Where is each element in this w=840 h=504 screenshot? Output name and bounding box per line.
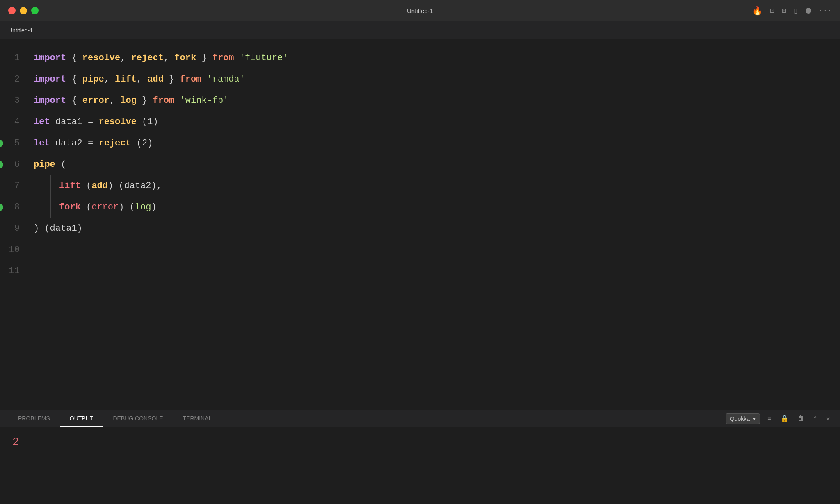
token-fn-name: fork bbox=[174, 48, 196, 69]
token-plain: { bbox=[66, 48, 82, 69]
close-button[interactable] bbox=[8, 7, 16, 14]
line-number-3: 3 bbox=[0, 90, 30, 111]
token-plain: (1) bbox=[137, 111, 158, 133]
code-line-8: pipe ( bbox=[30, 154, 834, 175]
token-kw-from: from bbox=[180, 69, 201, 90]
token-plain bbox=[234, 48, 240, 69]
token-plain bbox=[174, 90, 180, 111]
token-fn-name: reject bbox=[131, 48, 164, 69]
minimize-button[interactable] bbox=[20, 7, 27, 14]
output-source-dropdown[interactable]: Quokka ▾ bbox=[726, 413, 760, 424]
tab-label: Untitled-1 bbox=[8, 27, 33, 34]
token-plain: ( bbox=[55, 154, 66, 175]
titlebar-actions: 🔥 ⊡ ⊞ ▯ ··· bbox=[752, 6, 832, 16]
line-number-9: 9 bbox=[0, 218, 30, 239]
line-number-11: 11 bbox=[0, 261, 30, 282]
line-number-6: 6 bbox=[0, 154, 30, 175]
token-plain: ) bbox=[151, 202, 156, 212]
token-kw-from: from bbox=[212, 48, 234, 69]
window-controls bbox=[8, 7, 39, 14]
lock-icon[interactable]: 🔒 bbox=[779, 413, 790, 425]
token-plain: data1 = bbox=[50, 111, 99, 133]
token-fn-name: error bbox=[82, 90, 110, 111]
token-fn-name: reject bbox=[98, 133, 131, 154]
scrollbar[interactable] bbox=[834, 39, 840, 410]
trash-icon[interactable]: 🗑 bbox=[796, 413, 806, 424]
breakpoint-6[interactable] bbox=[0, 161, 3, 168]
panel-output: 2 bbox=[0, 427, 840, 504]
tab-output[interactable]: OUTPUT bbox=[60, 410, 103, 427]
chevron-down-icon: ▾ bbox=[753, 416, 756, 422]
broadcast-icon[interactable]: ⊡ bbox=[770, 6, 774, 15]
token-kw-import: import bbox=[34, 48, 66, 69]
token-str: 'fluture' bbox=[240, 48, 288, 69]
breakpoint-8[interactable] bbox=[0, 204, 3, 211]
token-fn-name: log bbox=[120, 90, 137, 111]
token-plain: , bbox=[110, 90, 120, 111]
code-line-2: import { pipe, lift, add } from 'ramda' bbox=[30, 69, 834, 90]
split-icon[interactable]: ▯ bbox=[794, 6, 798, 15]
token-kw-let: let bbox=[34, 133, 50, 154]
token-str: 'wink-fp' bbox=[180, 90, 228, 111]
titlebar: Untitled-1 🔥 ⊡ ⊞ ▯ ··· bbox=[0, 0, 840, 21]
panel-tabs-left: PROBLEMS OUTPUT DEBUG CONSOLE TERMINAL bbox=[8, 410, 221, 427]
token-fn-name: pipe bbox=[82, 69, 104, 90]
line-number-10: 10 bbox=[0, 239, 30, 261]
token-plain: { bbox=[66, 90, 82, 111]
token-kw-import: import bbox=[34, 69, 66, 90]
code-content[interactable]: import { resolve, reject, fork } from 'f… bbox=[30, 39, 834, 410]
line-number-2: 2 bbox=[0, 69, 30, 90]
output-value: 2 bbox=[12, 436, 19, 448]
line-number-5: 5 bbox=[0, 133, 30, 154]
token-plain: ( bbox=[81, 202, 91, 212]
token-fn-call-pink: lift bbox=[59, 181, 81, 191]
line-number-8: 8 bbox=[0, 197, 30, 218]
tab-terminal[interactable]: TERMINAL bbox=[173, 410, 222, 427]
window-title: Untitled-1 bbox=[407, 7, 433, 14]
code-line-10: fork (error) (log) bbox=[30, 197, 834, 218]
chevron-up-icon[interactable]: ⌃ bbox=[812, 413, 819, 425]
token-fn-name: add bbox=[91, 181, 108, 191]
code-line-11: ) (data1) bbox=[30, 218, 834, 239]
token-str: 'ramda' bbox=[207, 69, 245, 90]
token-kw-let: let bbox=[34, 111, 50, 133]
token-fn-name: lift bbox=[115, 69, 137, 90]
code-line-1: import { resolve, reject, fork } from 'f… bbox=[30, 48, 834, 69]
token-plain bbox=[201, 69, 207, 90]
line-number-7: 7 bbox=[0, 175, 30, 197]
maximize-button[interactable] bbox=[31, 7, 39, 14]
close-panel-icon[interactable]: ✕ bbox=[824, 413, 832, 425]
list-filter-icon[interactable]: ≡ bbox=[766, 413, 773, 424]
token-plain: (2) bbox=[131, 133, 153, 154]
breakpoint-5[interactable] bbox=[0, 140, 3, 147]
token-plain: data2 = bbox=[50, 133, 99, 154]
tab-untitled1[interactable]: Untitled-1 bbox=[0, 21, 41, 39]
editor-area: 1234567891011 import { resolve, reject, … bbox=[0, 39, 840, 410]
token-plain: ) (data2), bbox=[108, 181, 162, 191]
pipe-gutter: fork (error) (log) bbox=[50, 197, 157, 218]
code-line-5: let data1 = resolve (1) bbox=[30, 111, 834, 133]
line-number-1: 1 bbox=[0, 48, 30, 69]
tab-debug-console[interactable]: DEBUG CONSOLE bbox=[103, 410, 173, 427]
panel-tabs-right: Quokka ▾ ≡ 🔒 🗑 ⌃ ✕ bbox=[726, 410, 832, 427]
token-kw-import: import bbox=[34, 90, 66, 111]
token-plain: , bbox=[164, 48, 174, 69]
tab-problems[interactable]: PROBLEMS bbox=[8, 410, 60, 427]
code-line-6: let data2 = reject (2) bbox=[30, 133, 834, 154]
token-fn-call-pink: fork bbox=[59, 202, 81, 212]
status-dot bbox=[806, 8, 811, 14]
token-plain: , bbox=[104, 69, 115, 90]
token-plain: { bbox=[66, 69, 82, 90]
token-fn-name: resolve bbox=[82, 48, 120, 69]
flame-icon[interactable]: 🔥 bbox=[752, 6, 762, 16]
tab-bar: Untitled-1 bbox=[0, 21, 840, 39]
token-fn-name: add bbox=[147, 69, 164, 90]
code-line-3: import { error, log } from 'wink-fp' bbox=[30, 90, 834, 111]
layout-icon[interactable]: ⊞ bbox=[782, 6, 786, 15]
token-plain: } bbox=[164, 69, 180, 90]
token-kw-from: from bbox=[153, 90, 174, 111]
code-line-9: lift (add) (data2), bbox=[30, 175, 834, 197]
more-icon[interactable]: ··· bbox=[819, 7, 832, 15]
pipe-gutter: lift (add) (data2), bbox=[50, 175, 162, 197]
line-number-4: 4 bbox=[0, 111, 30, 133]
